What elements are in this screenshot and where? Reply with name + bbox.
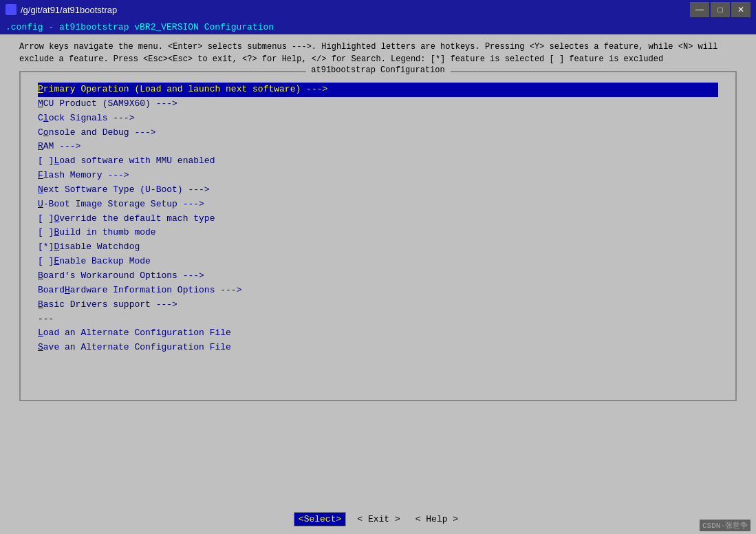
bottom-bar: <Select> < Exit > < Help >	[0, 506, 756, 534]
terminal-area: Arrow keys navigate the menu. <Enter> se…	[0, 34, 756, 506]
menu-item-boards-workaround[interactable]: Board's Workaround Options --->	[38, 269, 718, 284]
menu-item-build-thumb[interactable]: [ ] Build in thumb mode	[38, 226, 718, 240]
exit-button[interactable]: < Exit >	[353, 513, 404, 526]
select-button[interactable]: <Select>	[294, 512, 346, 526]
menu-item-clock-signals[interactable]: Clock Signals --->	[38, 111, 718, 126]
window-controls: — □ ✕	[690, 2, 750, 17]
watermark: CSDN·张世争	[700, 520, 750, 531]
app-icon	[6, 4, 17, 15]
menu-item-enable-backup[interactable]: [ ] Enable Backup Mode	[38, 255, 718, 269]
title-bar: /g/git/at91/at91bootstrap — □ ✕	[0, 0, 756, 19]
menu-item-ram[interactable]: RAM --->	[38, 140, 718, 154]
menu-item-console-debug[interactable]: Console and Debug --->	[38, 126, 718, 140]
maximize-button[interactable]: □	[711, 2, 730, 17]
menu-item-uboot-image[interactable]: U-Boot Image Storage Setup --->	[38, 197, 718, 212]
menu-item-board-hardware[interactable]: Board Hardware Information Options --->	[38, 284, 718, 298]
help-button[interactable]: < Help >	[411, 513, 462, 526]
window-title: /g/git/at91/at91bootstrap	[21, 5, 117, 15]
menu-separator: ---	[38, 312, 718, 327]
dialog-title: at91bootstrap Configuration	[305, 65, 450, 75]
menu-item-disable-watchdog[interactable]: [*] Disable Watchdog	[38, 240, 718, 255]
dialog-box: at91bootstrap Configuration Primary Oper…	[19, 71, 737, 401]
config-label: .config - at91bootstrap vBR2_VERSION Con…	[6, 22, 274, 32]
menu-item-save-alternate[interactable]: Save an Alternate Configuration File	[38, 341, 718, 355]
menu-item-override-mach[interactable]: [ ] Override the default mach type	[38, 212, 718, 226]
menu-item-mcu-product[interactable]: MCU Product (SAM9X60) --->	[38, 97, 718, 111]
close-button[interactable]: ✕	[731, 2, 750, 17]
menu-item-next-software[interactable]: Next Software Type (U-Boot) --->	[38, 183, 718, 197]
info-line1: Arrow keys navigate the menu. <Enter> se…	[19, 41, 737, 53]
menu-bar: .config - at91bootstrap vBR2_VERSION Con…	[0, 19, 756, 34]
menu-item-load-alternate[interactable]: Load an Alternate Configuration File	[38, 326, 718, 341]
menu-item-basic-drivers[interactable]: Basic Drivers support --->	[38, 298, 718, 312]
minimize-button[interactable]: —	[690, 2, 709, 17]
menu-item-primary-operation[interactable]: Primary Operation (Load and launch next …	[38, 83, 718, 97]
menu-item-flash-memory[interactable]: Flash Memory --->	[38, 169, 718, 183]
menu-items-list: Primary Operation (Load and launch next …	[24, 79, 732, 359]
menu-item-load-software[interactable]: [ ] Load software with MMU enabled	[38, 154, 718, 169]
info-line2: exclude a feature. Press <Esc><Esc> to e…	[19, 53, 737, 65]
